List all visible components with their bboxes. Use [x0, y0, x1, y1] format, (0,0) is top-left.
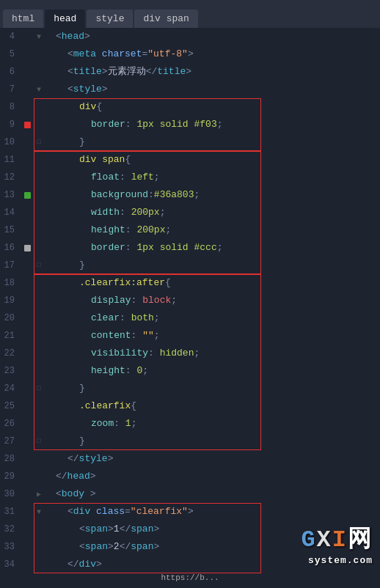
- line-toggle-7[interactable]: ▼: [34, 86, 44, 94]
- line-number-29: 29: [0, 471, 21, 482]
- code-line-18: 18.clearfix:after{: [0, 274, 380, 292]
- code-line-20: 20clear: both;: [0, 309, 380, 327]
- line-content-8: div{: [44, 98, 380, 116]
- line-number-32: 32: [0, 524, 21, 534]
- line-number-8: 8: [0, 102, 21, 112]
- line-content-10: }: [44, 133, 380, 151]
- line-content-24: }: [44, 380, 380, 397]
- line-number-4: 4: [0, 32, 21, 42]
- code-line-11: 11div span{: [0, 151, 380, 169]
- line-content-11: div span{: [44, 151, 380, 169]
- line-number-22: 22: [0, 348, 21, 359]
- line-content-20: clear: both;: [44, 309, 380, 327]
- code-line-12: 12float: left;: [0, 169, 380, 186]
- line-content-21: content: "";: [44, 327, 380, 345]
- line-number-5: 5: [0, 49, 21, 59]
- code-line-26: 26zoom: 1;: [0, 415, 380, 433]
- watermark: GXI网 system.com: [301, 523, 373, 566]
- line-number-25: 25: [0, 401, 21, 411]
- dot-white-16: [24, 245, 31, 251]
- line-content-25: .clearfix{: [44, 397, 380, 415]
- tab-html[interactable]: html: [3, 10, 43, 28]
- line-toggle-17[interactable]: □: [34, 262, 44, 269]
- code-line-19: 19display: block;: [0, 292, 380, 309]
- code-line-28: 28</style>: [0, 450, 380, 468]
- line-number-28: 28: [0, 454, 21, 464]
- line-number-11: 11: [0, 155, 21, 165]
- code-line-29: 29</head>: [0, 468, 380, 485]
- code-area: 4▼<head>5<meta charset="utf-8">6<title>元…: [0, 28, 380, 588]
- line-gutter-16: [21, 245, 34, 251]
- line-content-27: }: [44, 433, 380, 450]
- line-content-26: zoom: 1;: [44, 415, 380, 433]
- line-toggle-27[interactable]: □: [34, 438, 44, 445]
- line-number-19: 19: [0, 295, 21, 306]
- line-number-27: 27: [0, 436, 21, 446]
- code-line-24: 24□}: [0, 380, 380, 397]
- code-line-6: 6<title>元素浮动</title>: [0, 63, 380, 81]
- line-toggle-4[interactable]: ▼: [34, 33, 44, 41]
- line-number-12: 12: [0, 172, 21, 183]
- line-number-14: 14: [0, 207, 21, 218]
- line-number-23: 23: [0, 366, 21, 376]
- line-number-21: 21: [0, 331, 21, 341]
- tab-div-span[interactable]: div span: [134, 10, 197, 28]
- watermark-i: I: [332, 526, 348, 554]
- code-line-21: 21content: "";: [0, 327, 380, 345]
- line-number-16: 16: [0, 243, 21, 253]
- line-content-13: background:#36a803;: [44, 186, 380, 204]
- code-line-7: 7▼<style>: [0, 81, 380, 98]
- watermark-sub: system.com: [308, 555, 373, 566]
- watermark-x: X: [317, 526, 332, 554]
- code-line-14: 14width: 200px;: [0, 204, 380, 221]
- line-gutter-9: [21, 122, 34, 128]
- line-toggle-24[interactable]: □: [34, 385, 44, 392]
- code-line-15: 15height: 200px;: [0, 221, 380, 239]
- watermark-logo: GXI网: [301, 523, 373, 555]
- line-content-29: </head>: [44, 468, 380, 485]
- tab-head[interactable]: head: [45, 10, 85, 28]
- line-content-31: <div class="clearfix">: [44, 503, 380, 521]
- line-content-12: float: left;: [44, 169, 380, 186]
- line-number-26: 26: [0, 419, 21, 429]
- code-line-25: 25.clearfix{: [0, 397, 380, 415]
- code-line-9: 9border: 1px solid #f03;: [0, 116, 380, 133]
- watermark-url: https://b...: [161, 573, 219, 582]
- line-number-9: 9: [0, 120, 21, 130]
- line-content-19: display: block;: [44, 292, 380, 309]
- code-line-5: 5<meta charset="utf-8">: [0, 45, 380, 63]
- line-content-16: border: 1px solid #ccc;: [44, 239, 380, 257]
- line-toggle-30[interactable]: ▶: [34, 490, 44, 499]
- line-gutter-13: [21, 192, 34, 199]
- line-content-14: width: 200px;: [44, 204, 380, 221]
- line-content-9: border: 1px solid #f03;: [44, 116, 380, 133]
- line-number-7: 7: [0, 84, 21, 95]
- line-content-15: height: 200px;: [44, 221, 380, 239]
- line-number-15: 15: [0, 225, 21, 235]
- line-toggle-31[interactable]: ▼: [34, 508, 44, 516]
- line-content-4: <head>: [44, 28, 380, 45]
- line-number-31: 31: [0, 507, 21, 517]
- tab-style[interactable]: style: [87, 10, 133, 28]
- code-line-4: 4▼<head>: [0, 28, 380, 45]
- watermark-g: G: [301, 526, 316, 554]
- code-line-10: 10□}: [0, 133, 380, 151]
- code-line-27: 27□}: [0, 433, 380, 450]
- line-toggle-10[interactable]: □: [34, 139, 44, 146]
- line-content-28: </style>: [44, 450, 380, 468]
- line-number-34: 34: [0, 559, 21, 570]
- code-line-8: 8div{: [0, 98, 380, 116]
- line-number-18: 18: [0, 278, 21, 288]
- code-line-13: 13background:#36a803;: [0, 186, 380, 204]
- dot-green-13: [24, 192, 31, 199]
- line-number-24: 24: [0, 383, 21, 394]
- tab-bar: html head style div span: [0, 0, 380, 28]
- code-line-31: 31▼<div class="clearfix">: [0, 503, 380, 521]
- line-content-6: <title>元素浮动</title>: [44, 63, 380, 81]
- line-number-17: 17: [0, 260, 21, 271]
- line-number-6: 6: [0, 67, 21, 77]
- dot-red-9: [24, 122, 31, 128]
- code-line-22: 22visibility: hidden;: [0, 345, 380, 362]
- line-content-22: visibility: hidden;: [44, 345, 380, 362]
- line-number-30: 30: [0, 489, 21, 499]
